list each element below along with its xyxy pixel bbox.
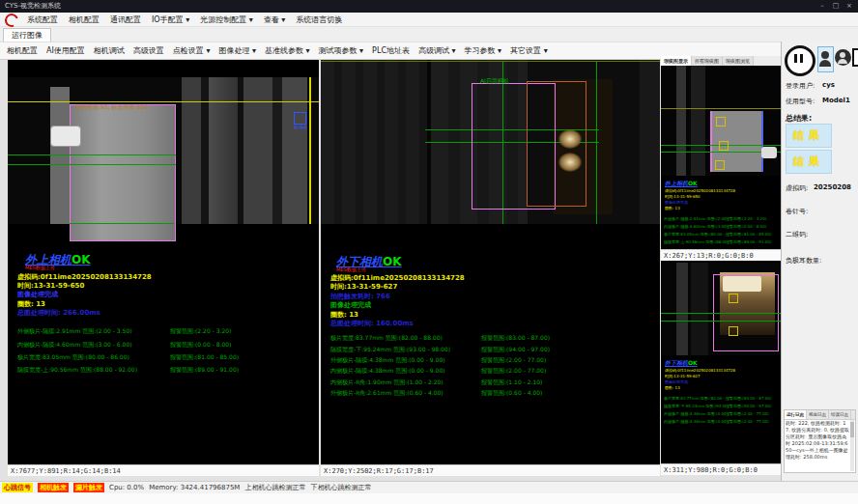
tool-image-processing[interactable]: 图像处理 ▾ bbox=[218, 45, 256, 56]
calibration-line bbox=[321, 61, 660, 62]
logout-button[interactable] bbox=[852, 48, 858, 67]
tool-camera-config[interactable]: 相机配置 bbox=[7, 45, 38, 56]
menu-view[interactable]: 查看 ▾ bbox=[264, 14, 286, 25]
camera-image-upper[interactable]: R:44 标的亮值:93, 标志亮值:100 bbox=[8, 77, 319, 224]
side-panel: 登录用户: cys 使用型号: Model1 总结果: 结果 结果 虚拟码: 2… bbox=[781, 42, 858, 481]
minimize-button[interactable]: – bbox=[815, 0, 829, 13]
result-box-upper: 结果 bbox=[786, 124, 832, 148]
status-bar: 心跳信号 相机触发 漏片触发 Cpu: 0.0% Memory: 3424.41… bbox=[0, 481, 858, 493]
camera2-heartbeat-status: 下相机心跳检测正常 bbox=[310, 483, 371, 492]
calibration-line bbox=[8, 101, 319, 102]
calibration-line-vertical bbox=[309, 77, 311, 224]
measure-value: 内侧极片-R角:1.90mm 范围:(1.00 - 2.20) bbox=[330, 378, 481, 387]
operator-button[interactable] bbox=[835, 49, 851, 66]
measure-value: 极片宽度:83.05mm 范围:(80.00 - 86.00) bbox=[17, 353, 170, 362]
proc-time-line: 总图处理时间: 160.00ms bbox=[330, 319, 414, 328]
maximize-button[interactable]: □ bbox=[829, 0, 843, 13]
measure-value: 外侧极片-隔膜:2.91mm 范围:(2.00 - 3.50) bbox=[17, 327, 170, 336]
alarm-range: 报警范围:(83.00 - 87.00) bbox=[481, 334, 550, 341]
tool-advanced-debug[interactable]: 高级调试 ▾ bbox=[418, 45, 456, 56]
menu-language-switch[interactable]: 系统语言切换 bbox=[296, 14, 342, 25]
pause-button[interactable] bbox=[785, 45, 815, 76]
tool-learning-params[interactable]: 学习参数 ▾ bbox=[465, 45, 502, 56]
measure-row: 隔膜宽度-上:90.56mm 范围:(88.00 - 92.00)报警范围:(8… bbox=[17, 366, 239, 375]
measure-value: 隔膜宽度-下:95.24mm 范围:(93.00 - 98.00) bbox=[330, 346, 481, 354]
memory-usage: Memory: 3424.41796875M bbox=[149, 484, 240, 491]
miss-trigger-badge: 漏片触发 bbox=[73, 483, 104, 492]
menu-camera-config[interactable]: 相机配置 bbox=[69, 14, 100, 25]
total-result-label: 总结果: bbox=[786, 113, 812, 124]
camera1-heartbeat-status: 上相机心跳检测正常 bbox=[244, 483, 305, 492]
heartbeat-badge: 心跳信号 bbox=[2, 483, 33, 492]
pause-icon bbox=[800, 54, 803, 63]
measure-value: 隔膜宽度-上:90.56mm 范围:(88.00 - 92.00) bbox=[17, 366, 170, 375]
tool-spot-check[interactable]: 点检设置 ▾ bbox=[173, 45, 211, 56]
tool-test-params[interactable]: 测试项参数 ▾ bbox=[319, 45, 364, 56]
tool-baseline-params[interactable]: 基准线参数 ▾ bbox=[265, 45, 310, 56]
tool-ai-config[interactable]: AI使用配置 bbox=[46, 45, 85, 56]
tool-camera-debug[interactable]: 相机调试 bbox=[94, 45, 125, 56]
camera-view-upper[interactable]: R:44 标的亮值:93, 标志亮值:100 外上相机OK MES数据上传 虚拟… bbox=[8, 60, 319, 476]
camera-trigger-badge: 相机触发 bbox=[38, 483, 69, 492]
user-icon bbox=[821, 51, 829, 59]
alarm-range: 报警范围:(89.00 - 91.00) bbox=[170, 366, 239, 373]
camera-image-lower[interactable]: AI启用相机 bbox=[321, 60, 660, 224]
menu-bar: 系统配置 相机配置 通讯配置 IO手配置 ▾ 光源控制配置 ▾ 查看 ▾ 系统语… bbox=[0, 13, 858, 27]
mes-note: MES数据上传 bbox=[336, 266, 366, 272]
menu-light-config[interactable]: 光源控制配置 ▾ bbox=[200, 14, 253, 25]
log-scrollbar[interactable] bbox=[850, 420, 854, 471]
measure-row: 极片宽度:83.77mm 范围:(82.00 - 88.00)报警范围:(83.… bbox=[330, 334, 550, 343]
tab-error-log[interactable]: 错误日志 bbox=[829, 410, 851, 419]
login-user-label: 登录用户: bbox=[786, 81, 815, 91]
close-button[interactable]: × bbox=[843, 0, 856, 13]
bottom-strip bbox=[0, 493, 858, 504]
mini-measure-row: 内侧极片-隔膜:4.38mm 范围:(0.00 - 9.00)报警范围:(2.0… bbox=[664, 419, 780, 424]
camera-result: OK bbox=[688, 359, 698, 366]
mini-barcode: 虚拟码:0f11ime20250208133134728 bbox=[665, 368, 781, 373]
reflection-glow bbox=[558, 153, 582, 172]
pixel-coordinate-bar: X:270;Y:2502;R:17;G:17;B:17 bbox=[321, 464, 660, 476]
defect-tab-strip: 瑕疵图显示 所有瑕疵图 瑕疵图浏览 bbox=[661, 56, 781, 66]
time-line: 时间:13-31-59-627 bbox=[330, 282, 397, 292]
login-user-value: cys bbox=[822, 81, 835, 89]
measure-value: 内侧极片-隔膜:4.60mm 范围:(3.00 - 6.00) bbox=[17, 341, 170, 350]
tab-count-label: 负极耳数量: bbox=[786, 256, 821, 266]
measure-line bbox=[8, 154, 176, 155]
title-bar: CYS-视觉检测系统 – □ × bbox=[0, 0, 858, 13]
annotation-box bbox=[716, 117, 726, 126]
scrollbar-thumb[interactable] bbox=[850, 422, 854, 437]
menu-system-config[interactable]: 系统配置 bbox=[27, 14, 58, 25]
alarm-range: 报警范围:(81.00 - 85.00) bbox=[726, 232, 771, 237]
menu-io-config[interactable]: IO手配置 ▾ bbox=[152, 14, 189, 25]
mini-time: 时间:13-31-59-627 bbox=[665, 374, 781, 378]
barcode-label: 虚拟码: bbox=[786, 183, 808, 193]
camera-name: 外下相机 bbox=[665, 359, 688, 366]
alarm-range: 报警范围:(2.20 - 3.20) bbox=[726, 216, 766, 221]
defect-view-column: 瑕疵图显示 所有瑕疵图 瑕疵图浏览 外上相机OK 虚拟码:0f11ime2025… bbox=[661, 56, 781, 475]
pixel-coordinates: X:7677;Y:891;R:14;G:14;B:14 bbox=[11, 467, 121, 475]
tab-defect-display[interactable]: 瑕疵图显示 bbox=[661, 56, 692, 66]
alarm-range: 报警范围:(0.00 - 8.00) bbox=[170, 341, 231, 348]
tool-plc-address[interactable]: PLC地址表 bbox=[372, 45, 410, 56]
measure-row: 外侧极片-R角:2.61mm 范围:(0.60 - 4.00)报警范围:(0.6… bbox=[330, 389, 542, 398]
measure-row: 外侧极片-隔膜:2.91mm 范围:(2.00 - 3.50)报警范围:(2.2… bbox=[17, 327, 231, 336]
tab-run-image[interactable]: 运行图像 bbox=[3, 28, 51, 42]
alarm-range: 报警范围:(2.00 - 77.00) bbox=[726, 411, 769, 416]
tab-run-log[interactable]: 运行日志 bbox=[785, 410, 807, 419]
log-panel: 运行日志 视觉日志 错误日志 耗时: 222, 纹路检测耗时: 17, 纹路分离… bbox=[784, 409, 856, 473]
tab-defect-browse[interactable]: 瑕疵图浏览 bbox=[723, 56, 754, 66]
tab-all-defects[interactable]: 所有瑕疵图 bbox=[692, 56, 723, 66]
mini-measure-row: 外侧极片-隔膜:2.91mm 范围:(2.00 - 3.50)报警范围:(2.2… bbox=[664, 216, 780, 221]
barcode-value: 20250208 bbox=[814, 183, 851, 191]
defect-image-2[interactable] bbox=[661, 263, 781, 355]
tab-vision-log[interactable]: 视觉日志 bbox=[807, 410, 829, 419]
tool-advanced-settings[interactable]: 高级设置 bbox=[133, 45, 164, 56]
log-tab-strip: 运行日志 视觉日志 错误日志 bbox=[785, 410, 855, 420]
defect-image-1[interactable] bbox=[661, 66, 781, 176]
menu-comm-config[interactable]: 通讯配置 bbox=[110, 14, 141, 25]
camera-view-lower[interactable]: AI启用相机 外下相机OK MES数据上传 虚拟码:0f11ime2025020… bbox=[321, 60, 660, 476]
pixel-coordinates: X:267;Y:13;R:0;G:0;B:0 bbox=[664, 252, 754, 260]
tool-other-settings[interactable]: 其它设置 ▾ bbox=[510, 45, 548, 56]
measure-row: 内侧极片-隔膜:4.60mm 范围:(3.00 - 6.00)报警范围:(0.0… bbox=[17, 341, 231, 350]
user-login-button[interactable] bbox=[817, 46, 834, 72]
